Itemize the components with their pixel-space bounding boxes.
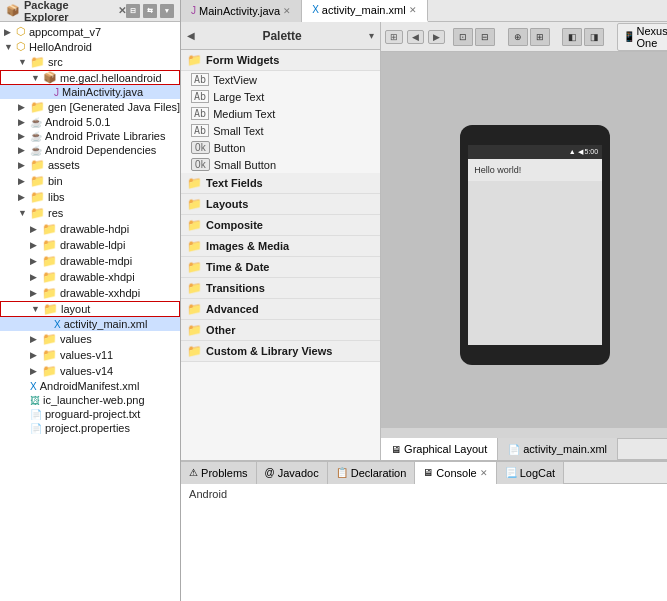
palette-category-advanced[interactable]: 📁 Advanced bbox=[181, 299, 380, 320]
tab-declaration[interactable]: 📋 Declaration bbox=[328, 462, 416, 484]
render-icon[interactable]: ◧ bbox=[562, 28, 582, 46]
item-label: TextView bbox=[213, 74, 257, 86]
palette-item-largetext[interactable]: Ab Large Text bbox=[181, 88, 380, 105]
layout-icon: ⊞ bbox=[390, 32, 398, 42]
tree-item-drawable-ldpi[interactable]: ▶ 📁 drawable-ldpi bbox=[0, 237, 180, 253]
palette-item-smallbutton[interactable]: 0k Small Button bbox=[181, 156, 380, 173]
device-name: Nexus One bbox=[637, 25, 667, 49]
category-folder-icon: 📁 bbox=[187, 239, 202, 253]
tab-close-icon[interactable]: ✕ bbox=[409, 5, 417, 15]
device-selector[interactable]: 📱 Nexus One ▾ bbox=[617, 23, 667, 51]
nav-next-button[interactable]: ▶ bbox=[428, 30, 445, 44]
palette-header: ◀ Palette ▾ bbox=[181, 22, 380, 50]
folder-icon: 📁 bbox=[42, 254, 57, 268]
tree-item-values-v14[interactable]: ▶ 📁 values-v14 bbox=[0, 363, 180, 379]
tree-item-drawable-mdpi[interactable]: ▶ 📁 drawable-mdpi bbox=[0, 253, 180, 269]
category-label: Custom & Library Views bbox=[206, 345, 332, 357]
xml-file-icon: X bbox=[30, 381, 37, 392]
tree-item-label: assets bbox=[48, 159, 80, 171]
tab-close-icon[interactable]: ✕ bbox=[283, 6, 291, 16]
tab-console[interactable]: 🖥 Console ✕ bbox=[415, 462, 496, 484]
palette-category-time-date[interactable]: 📁 Time & Date bbox=[181, 257, 380, 278]
palette-category-custom-library[interactable]: 📁 Custom & Library Views bbox=[181, 341, 380, 362]
palette-item-smalltext[interactable]: Ab Small Text bbox=[181, 122, 380, 139]
palette-category-images-media[interactable]: 📁 Images & Media bbox=[181, 236, 380, 257]
tab-problems[interactable]: ⚠ Problems bbox=[181, 462, 256, 484]
palette-category-form-widgets[interactable]: 📁 Form Widgets bbox=[181, 50, 380, 71]
tree-item-layout[interactable]: ▼ 📁 layout bbox=[0, 301, 180, 317]
tree-item-res[interactable]: ▼ 📁 res bbox=[0, 205, 180, 221]
tree-item-drawable-xhdpi[interactable]: ▶ 📁 drawable-xhdpi bbox=[0, 269, 180, 285]
tree-item-values-v11[interactable]: ▶ 📁 values-v11 bbox=[0, 347, 180, 363]
tab-activitymain-xml[interactable]: 📄 activity_main.xml bbox=[498, 438, 618, 460]
folder-icon: 📁 bbox=[42, 332, 57, 346]
palette-category-other[interactable]: 📁 Other bbox=[181, 320, 380, 341]
tree-item-libs[interactable]: ▶ 📁 libs bbox=[0, 189, 180, 205]
tree-item-iclauncher[interactable]: ▶ 🖼 ic_launcher-web.png bbox=[0, 393, 180, 407]
close-icon[interactable]: ✕ bbox=[118, 5, 126, 16]
editor-tab-bar: J MainActivity.java ✕ X activity_main.xm… bbox=[181, 0, 667, 22]
landscape-icon[interactable]: ⊟ bbox=[475, 28, 495, 46]
tab-logcat[interactable]: 📃 LogCat bbox=[497, 462, 564, 484]
tree-item-activitymain[interactable]: ▶ X activity_main.xml bbox=[0, 317, 180, 331]
phone-content: Hello world! bbox=[468, 159, 602, 181]
tree-item-bin[interactable]: ▶ 📁 bin bbox=[0, 173, 180, 189]
tree-item-android501[interactable]: ▶ ☕ Android 5.0.1 bbox=[0, 115, 180, 129]
zoom-icon[interactable]: ⊕ bbox=[508, 28, 528, 46]
palette-item-mediumtext[interactable]: Ab Medium Text bbox=[181, 105, 380, 122]
tree-item-dependencies[interactable]: ▶ ☕ Android Dependencies bbox=[0, 143, 180, 157]
collapse-all-icon[interactable]: ⊟ bbox=[126, 4, 140, 18]
tree-item-projectprops[interactable]: ▶ 📄 project.properties bbox=[0, 421, 180, 435]
horizontal-scrollbar[interactable] bbox=[381, 428, 667, 438]
tree-item-privatelibs[interactable]: ▶ ☕ Android Private Libraries bbox=[0, 129, 180, 143]
tree-item-package[interactable]: ▼ 📦 me.gacl.helloandroid bbox=[0, 70, 180, 85]
tab-activitymain[interactable]: X activity_main.xml ✕ bbox=[302, 0, 427, 22]
tree-item-label: layout bbox=[61, 303, 90, 315]
tree-item-mainactivity[interactable]: ▶ J MainActivity.java bbox=[0, 85, 180, 99]
layout-select-button[interactable]: ⊞ bbox=[385, 30, 403, 44]
view-menu-icon[interactable]: ▾ bbox=[160, 4, 174, 18]
tree-item-label: Android Dependencies bbox=[45, 144, 156, 156]
tree-item-values[interactable]: ▶ 📁 values bbox=[0, 331, 180, 347]
tab-graphical-layout[interactable]: 🖥 Graphical Layout bbox=[381, 438, 498, 460]
palette-category-transitions[interactable]: 📁 Transitions bbox=[181, 278, 380, 299]
palette-item-button[interactable]: 0k Button bbox=[181, 139, 380, 156]
folder-icon: 📁 bbox=[42, 286, 57, 300]
category-label: Other bbox=[206, 324, 235, 336]
item-label: Button bbox=[214, 142, 246, 154]
tab-javadoc[interactable]: @ Javadoc bbox=[257, 462, 328, 484]
tree-item-src[interactable]: ▼ 📁 src bbox=[0, 54, 180, 70]
category-label: Composite bbox=[206, 219, 263, 231]
tab-close-icon[interactable]: ✕ bbox=[480, 468, 488, 478]
theme-icon[interactable]: ◨ bbox=[584, 28, 604, 46]
tree-item-drawable-hdpi[interactable]: ▶ 📁 drawable-hdpi bbox=[0, 221, 180, 237]
palette-dropdown-icon[interactable]: ▾ bbox=[369, 30, 374, 41]
folder-icon: 📁 bbox=[30, 158, 45, 172]
tree-item-appcompat[interactable]: ▶ ⬡ appcompat_v7 bbox=[0, 24, 180, 39]
tree-item-assets[interactable]: ▶ 📁 assets bbox=[0, 157, 180, 173]
nav-prev-button[interactable]: ◀ bbox=[407, 30, 424, 44]
package-explorer-title: Package Explorer bbox=[24, 0, 114, 23]
link-editor-icon[interactable]: ⇆ bbox=[143, 4, 157, 18]
next-icon: ▶ bbox=[433, 32, 440, 42]
tree-item-label: MainActivity.java bbox=[62, 86, 143, 98]
category-label: Form Widgets bbox=[206, 54, 279, 66]
category-folder-icon: 📁 bbox=[187, 53, 202, 67]
palette-category-layouts[interactable]: 📁 Layouts bbox=[181, 194, 380, 215]
palette-category-composite[interactable]: 📁 Composite bbox=[181, 215, 380, 236]
item-label: Small Text bbox=[213, 125, 264, 137]
tree-item-gen[interactable]: ▶ 📁 gen [Generated Java Files] bbox=[0, 99, 180, 115]
portrait-icon[interactable]: ⊡ bbox=[453, 28, 473, 46]
tree-item-drawable-xxhdpi[interactable]: ▶ 📁 drawable-xxhdpi bbox=[0, 285, 180, 301]
grid-icon[interactable]: ⊞ bbox=[530, 28, 550, 46]
expand-arrow: ▶ bbox=[18, 160, 30, 170]
tree-item-helloandroid[interactable]: ▼ ⬡ HelloAndroid bbox=[0, 39, 180, 54]
palette-item-textview[interactable]: Ab TextView bbox=[181, 71, 380, 88]
tab-mainactivity[interactable]: J MainActivity.java ✕ bbox=[181, 0, 302, 22]
palette-back-arrow[interactable]: ◀ bbox=[187, 30, 195, 41]
layout-tab-label: Graphical Layout bbox=[404, 443, 487, 455]
bottom-tab-label: Problems bbox=[201, 467, 247, 479]
tree-item-androidmanifest[interactable]: ▶ X AndroidManifest.xml bbox=[0, 379, 180, 393]
tree-item-proguard[interactable]: ▶ 📄 proguard-project.txt bbox=[0, 407, 180, 421]
palette-category-text-fields[interactable]: 📁 Text Fields bbox=[181, 173, 380, 194]
